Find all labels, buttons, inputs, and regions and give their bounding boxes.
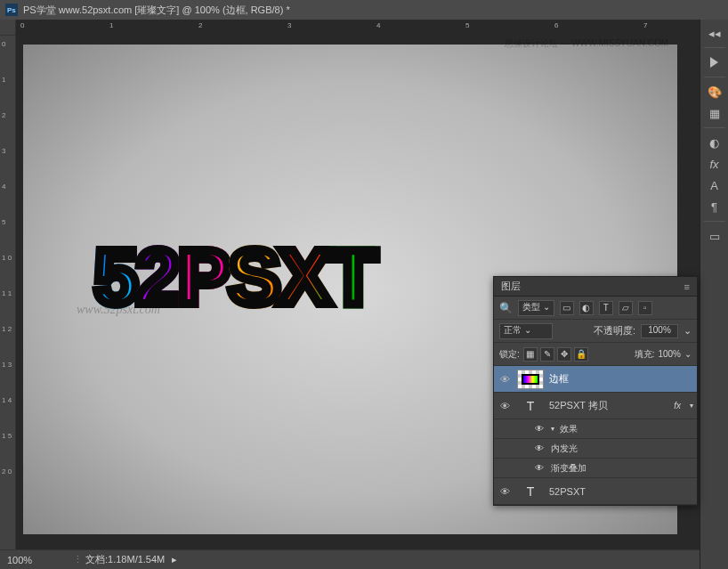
layers-panel-header[interactable]: 图层 ≡ [494, 277, 697, 297]
layer-item[interactable]: 👁 边框 [494, 366, 697, 393]
right-toolbar: ◂◂ 🎨 ▦ ◐ fx A ¶ ▭ [700, 20, 728, 569]
layers-panel-title: 图层 [501, 280, 521, 293]
type-layer-icon: T [517, 482, 544, 501]
styles-icon[interactable]: fx [703, 154, 726, 174]
lock-position-icon[interactable]: ✥ [557, 347, 571, 362]
artwork-text: 52PSXT [94, 232, 376, 322]
filter-kind-dropdown[interactable]: 类型 ⌄ [518, 300, 554, 316]
visibility-icon[interactable]: 👁 [497, 401, 512, 411]
panel-menu-icon[interactable]: ≡ [684, 281, 690, 292]
chevron-right-icon[interactable]: ▸ [172, 554, 177, 565]
layer-thumbnail[interactable] [517, 370, 544, 389]
swatches-icon[interactable]: ▦ [703, 103, 726, 123]
lock-label: 锁定: [499, 348, 520, 361]
visibility-icon[interactable]: 👁 [533, 424, 546, 434]
blend-opacity-row: 正常 ⌄ 不透明度: 100% ⌄ [494, 320, 697, 343]
effect-name: 渐变叠加 [551, 462, 586, 475]
visibility-icon[interactable]: 👁 [533, 463, 546, 473]
filter-shape-icon[interactable]: ▱ [619, 301, 633, 315]
type-layer-icon: T [517, 396, 544, 416]
lock-fill-row: 锁定: ▦ ✎ ✥ 🔒 填充: 100% ⌄ [494, 343, 697, 366]
paragraph-icon[interactable]: ¶ [703, 197, 726, 216]
visibility-icon[interactable]: 👁 [533, 443, 546, 453]
ruler-origin[interactable] [0, 20, 16, 36]
opacity-value[interactable]: 100% [641, 324, 678, 338]
layer-name[interactable]: 52PSXT [549, 486, 586, 497]
lock-all-icon[interactable]: 🔒 [574, 347, 588, 362]
search-icon: 🔍 [499, 302, 513, 314]
layers-panel[interactable]: 图层 ≡ 🔍 类型 ⌄ ▭ ◐ T ▱ ▫ 正常 ⌄ 不透明度: 100% ⌄ … [493, 276, 698, 506]
effect-item[interactable]: 👁 渐变叠加 [494, 459, 697, 478]
filter-smart-icon[interactable]: ▫ [638, 301, 652, 315]
layer-filter-row: 🔍 类型 ⌄ ▭ ◐ T ▱ ▫ [494, 297, 697, 320]
watermark-forum: 思缘设计论坛 — WWW.MISSYUAN.COM [505, 37, 668, 50]
fill-value[interactable]: 100% [658, 349, 681, 359]
layer-item[interactable]: 👁 T 52PSXT 拷贝 fx ▾ [494, 393, 697, 419]
document-size: 文档:1.18M/1.54M [85, 553, 165, 566]
layer-name[interactable]: 边框 [549, 372, 569, 386]
lock-transparency-icon[interactable]: ▦ [523, 347, 538, 362]
fill-label: 填充: [635, 348, 655, 361]
filter-type-icon[interactable]: T [599, 301, 613, 315]
disclosure-icon: ▾ [551, 425, 554, 433]
opacity-label: 不透明度: [594, 324, 635, 337]
status-bar: 100% ⋮⋮ 文档:1.18M/1.54M ▸ [0, 549, 700, 569]
chevron-down-icon[interactable]: ⌄ [684, 325, 692, 337]
blend-mode-dropdown[interactable]: 正常 ⌄ [499, 323, 553, 339]
effect-name: 内发光 [551, 443, 578, 455]
filter-pixel-icon[interactable]: ▭ [560, 301, 574, 315]
zoom-level[interactable]: 100% [7, 555, 69, 565]
effects-header[interactable]: 👁 ▾ 效果 [494, 419, 697, 439]
fx-collapse-icon[interactable]: ▾ [690, 402, 693, 410]
visibility-icon[interactable]: 👁 [497, 374, 512, 385]
expand-panels-icon[interactable]: ◂◂ [703, 23, 726, 43]
chevron-down-icon[interactable]: ⌄ [684, 349, 692, 359]
svg-text:Ps: Ps [7, 6, 16, 14]
play-icon[interactable] [703, 53, 726, 72]
resize-handle-icon[interactable]: ⋮⋮ [73, 554, 82, 565]
character-icon[interactable]: A [703, 175, 726, 195]
title-bar: Ps PS学堂 www.52psxt.com [璀璨文字] @ 100% (边框… [0, 0, 728, 20]
effect-item[interactable]: 👁 内发光 [494, 439, 697, 459]
document-title: PS学堂 www.52psxt.com [璀璨文字] @ 100% (边框, R… [23, 4, 290, 17]
app-icon: Ps [5, 4, 18, 16]
filter-adjust-icon[interactable]: ◐ [579, 301, 594, 315]
visibility-icon[interactable]: 👁 [497, 486, 512, 497]
properties-icon[interactable]: ▭ [703, 226, 726, 246]
layer-name[interactable]: 52PSXT 拷贝 [549, 399, 608, 412]
layer-list: 👁 边框 👁 T 52PSXT 拷贝 fx ▾ 👁 ▾ 效果 👁 内发光 👁 渐… [494, 366, 697, 505]
color-picker-icon[interactable]: 🎨 [703, 82, 726, 102]
lock-paint-icon[interactable]: ✎ [540, 347, 554, 362]
adjustments-icon[interactable]: ◐ [703, 133, 726, 152]
ruler-vertical[interactable]: 0 1 2 3 4 5 1 0 1 1 1 2 1 3 1 4 1 5 2 0 [0, 36, 16, 549]
layer-item[interactable]: 👁 T 52PSXT [494, 478, 697, 505]
fx-badge[interactable]: fx [674, 401, 684, 410]
